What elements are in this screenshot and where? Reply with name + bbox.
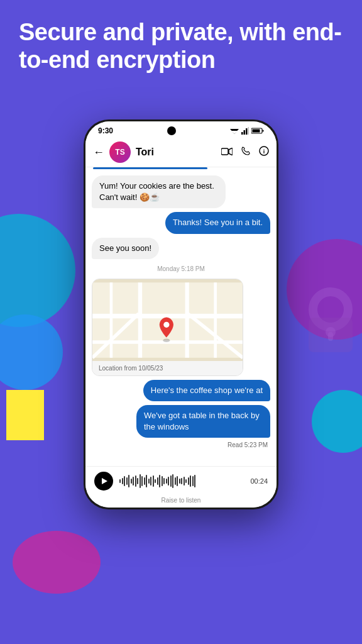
message-received-1: Yum! Your cookies are the best. Can't wa… — [92, 175, 226, 208]
message-sent-4: Here's the coffee shop we're at — [143, 380, 270, 401]
phone-icon — [241, 147, 250, 155]
play-icon — [102, 478, 107, 484]
battery-icon — [251, 128, 264, 134]
message-sent-5: We've got a table in the back by the win… — [136, 405, 270, 438]
svg-rect-26 — [138, 282, 142, 358]
svg-rect-1 — [309, 318, 353, 352]
read-receipt: Read 5:23 PM — [92, 441, 270, 448]
svg-rect-27 — [185, 282, 189, 358]
deco-circle-blue — [0, 314, 63, 390]
play-button[interactable] — [94, 472, 113, 491]
deco-circle-pink — [13, 531, 101, 594]
deco-circle-teal — [0, 214, 75, 327]
signal-icon — [241, 127, 249, 135]
svg-rect-9 — [248, 127, 250, 135]
app-bar: ← TS Tori — [85, 138, 277, 167]
map-svg — [92, 279, 243, 361]
svg-point-33 — [163, 322, 169, 328]
voice-message-bar: 00:24 — [85, 466, 277, 496]
deco-lock-icon — [299, 283, 362, 358]
svg-rect-8 — [246, 128, 248, 135]
contact-name: Tori — [136, 147, 216, 158]
deco-circle-teal-right — [312, 390, 362, 453]
contact-avatar: TS — [109, 142, 131, 163]
deco-circle-purple — [287, 239, 362, 340]
svg-point-2 — [326, 327, 336, 337]
raise-to-listen-label: Raise to listen — [85, 496, 277, 508]
time-label-1: Monday 5:18 PM — [92, 265, 270, 272]
deco-shape-yellow — [6, 390, 44, 440]
message-sent-2: Thanks! See you in a bit. — [165, 212, 270, 233]
map-location-label: Location from 10/05/23 — [92, 361, 243, 375]
hero-section: Secure and private, with end-to-end encr… — [19, 19, 343, 74]
phone-mockup: 9:30 — [84, 119, 278, 509]
svg-rect-11 — [263, 130, 264, 132]
message-received-3: See you soon! — [92, 238, 159, 259]
svg-point-32 — [163, 338, 170, 342]
svg-rect-6 — [241, 132, 243, 135]
voice-duration: 00:24 — [250, 477, 268, 485]
svg-rect-19 — [141, 282, 185, 314]
svg-rect-29 — [110, 282, 113, 358]
info-button[interactable]: i — [259, 146, 269, 158]
status-icons — [230, 127, 264, 135]
svg-rect-28 — [214, 282, 217, 358]
map-bubble[interactable]: Location from 10/05/23 — [92, 279, 243, 376]
back-button[interactable]: ← — [93, 146, 104, 159]
status-time: 9:30 — [98, 126, 113, 135]
svg-text:i: i — [263, 148, 265, 155]
phone-call-button[interactable] — [241, 147, 250, 158]
svg-rect-7 — [244, 130, 246, 135]
svg-marker-5 — [231, 131, 238, 134]
hero-title: Secure and private, with end-to-end encr… — [19, 19, 343, 74]
svg-rect-18 — [92, 282, 139, 314]
video-call-button[interactable] — [221, 147, 233, 158]
svg-rect-13 — [221, 148, 228, 155]
camera-cutout — [167, 126, 176, 135]
chat-area[interactable]: Yum! Your cookies are the best. Can't wa… — [85, 169, 277, 466]
status-bar: 9:30 — [85, 121, 277, 138]
svg-rect-3 — [328, 332, 333, 341]
svg-point-0 — [313, 292, 348, 327]
phone-frame: 9:30 — [84, 119, 278, 509]
video-icon — [221, 148, 233, 155]
svg-marker-14 — [229, 148, 233, 155]
waveform — [119, 474, 244, 489]
wifi-icon — [230, 128, 239, 134]
info-icon: i — [259, 146, 269, 156]
app-bar-actions: i — [221, 146, 269, 158]
svg-rect-12 — [253, 130, 260, 133]
phone-screen: 9:30 — [85, 121, 277, 508]
map-image — [92, 279, 243, 361]
